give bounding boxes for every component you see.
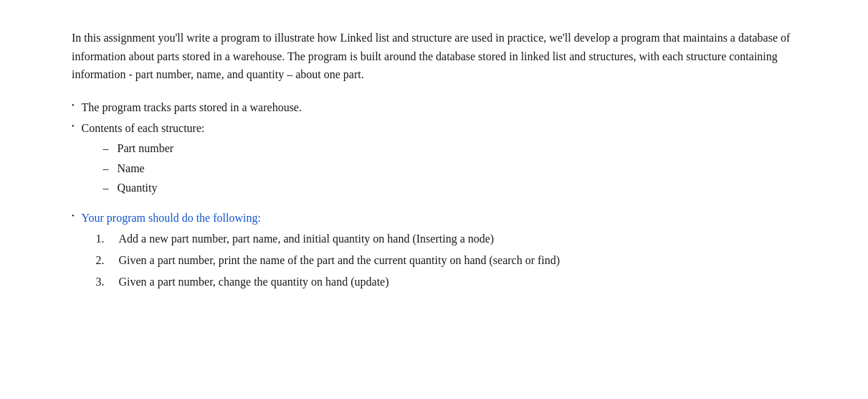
- first-bullet-section: • The program tracks parts stored in a w…: [72, 98, 811, 199]
- intro-paragraph: In this assignment you'll write a progra…: [72, 29, 811, 84]
- sub-item-quantity: – Quantity: [103, 179, 205, 197]
- blue-bullet-list: • Your program should do the following: …: [72, 209, 811, 294]
- bullet-dot-contents: •: [72, 121, 75, 132]
- contents-block: Contents of each structure: – Part numbe…: [82, 119, 205, 198]
- numbered-item-2: 2. Given a part number, print the name o…: [96, 251, 561, 270]
- bullet-dot-blue: •: [72, 210, 75, 222]
- numbered-item-3: 3. Given a part number, change the quant…: [96, 273, 561, 291]
- sub-item-part-number: – Part number: [103, 139, 205, 158]
- num-label-2: 2.: [96, 251, 110, 270]
- blue-bullet-text: Your program should do the following:: [82, 212, 261, 224]
- numbered-item-3-text: Given a part number, change the quantity…: [119, 273, 561, 291]
- sub-item-name: – Name: [103, 159, 205, 178]
- sub-item-quantity-text: Quantity: [118, 179, 158, 197]
- list-item-contents: • Contents of each structure: – Part num…: [72, 119, 811, 198]
- numbered-item-1: 1. Add a new part number, part name, and…: [96, 230, 561, 248]
- sub-bullet-list: – Part number – Name – Quantity: [103, 139, 205, 197]
- dash-part-number: –: [103, 139, 109, 158]
- dash-quantity: –: [103, 179, 109, 197]
- numbered-item-1-text: Add a new part number, part name, and in…: [119, 230, 561, 248]
- bullet-dot-tracks: •: [72, 100, 75, 111]
- num-label-1: 1.: [96, 230, 110, 248]
- list-item-tracks: • The program tracks parts stored in a w…: [72, 98, 811, 117]
- sub-item-name-text: Name: [118, 159, 145, 178]
- sub-item-part-number-text: Part number: [118, 139, 174, 158]
- numbered-list: 1. Add a new part number, part name, and…: [96, 230, 561, 291]
- numbered-item-2-text: Given a part number, print the name of t…: [119, 251, 561, 270]
- main-bullet-list: • The program tracks parts stored in a w…: [72, 98, 811, 199]
- blue-block: Your program should do the following: 1.…: [82, 209, 561, 294]
- num-label-3: 3.: [96, 273, 110, 291]
- list-item-blue: • Your program should do the following: …: [72, 209, 811, 294]
- dash-name: –: [103, 159, 109, 178]
- list-item-contents-text: Contents of each structure:: [82, 122, 205, 134]
- list-item-tracks-text: The program tracks parts stored in a war…: [82, 98, 302, 117]
